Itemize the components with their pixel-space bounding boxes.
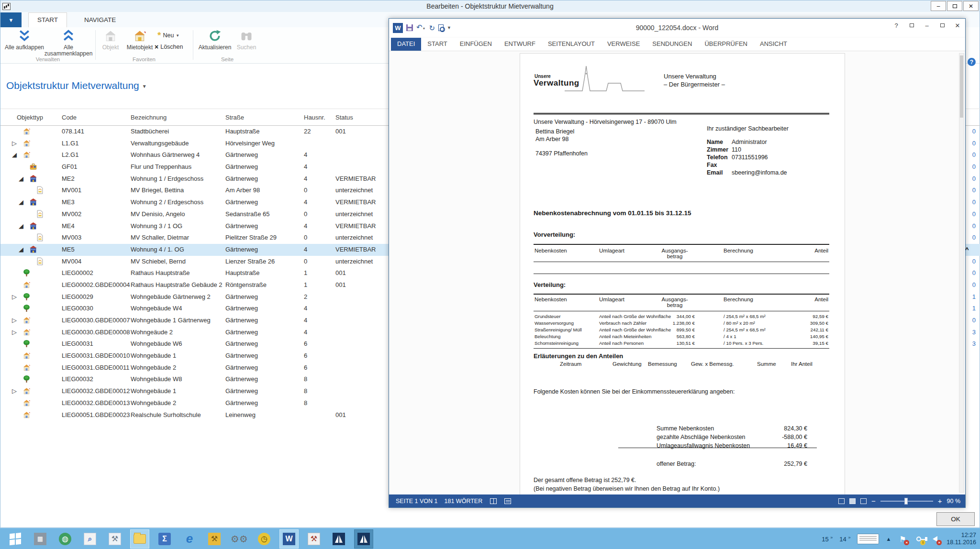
ribbon-display-options-icon[interactable] [906, 21, 917, 30]
col-bezeichnung[interactable]: Bezeichnung [131, 114, 167, 121]
close-button[interactable]: ✕ [963, 1, 979, 11]
close-button[interactable]: ✕ [952, 21, 963, 30]
touch-keyboard-icon[interactable] [857, 534, 879, 544]
zoom-slider-thumb[interactable] [904, 498, 908, 505]
tree-expander-icon[interactable]: ▷ [12, 293, 17, 300]
redo-icon[interactable]: ↻ [429, 24, 435, 32]
powershell-icon[interactable]: Σ [155, 529, 174, 549]
nav-admin-tool-icon[interactable]: ⚒ [304, 529, 323, 549]
col-objekttyp[interactable]: Objekttyp [17, 114, 43, 121]
start-button[interactable] [6, 529, 25, 549]
scrollbar-thumb[interactable] [960, 55, 963, 118]
help-icon[interactable]: ? [891, 21, 902, 30]
tree-expander-icon[interactable]: ◢ [19, 175, 23, 182]
tree-expander-icon[interactable]: ▷ [12, 329, 17, 336]
tree-expander-icon[interactable]: ◢ [19, 198, 23, 206]
zoom-slider[interactable] [880, 501, 933, 502]
word-tab-datei[interactable]: DATEI [391, 38, 421, 51]
zoom-in-button[interactable]: + [938, 499, 942, 504]
word-tab-seitenlayout[interactable]: SEITENLAYOUT [542, 38, 601, 51]
zoom-out-button[interactable]: − [871, 499, 876, 504]
shell-wrench-icon[interactable]: ⚒ [105, 529, 124, 549]
tree-expander-icon[interactable]: ▷ [12, 140, 17, 147]
save-icon[interactable] [406, 24, 413, 31]
tab-navigate[interactable]: NAVIGATE [76, 13, 124, 27]
suchen-button[interactable]: Suchen [233, 28, 260, 51]
cell-hausnr: 4 [304, 305, 307, 312]
services-gears-icon[interactable]: ⚙⚙ [230, 529, 249, 549]
page-indicator[interactable]: SEITE 1 VON 1 [396, 498, 438, 505]
server-manager-icon[interactable]: ▦ [31, 529, 50, 549]
tree-expander-icon[interactable]: ◢ [19, 222, 23, 230]
word-tab-einfügen[interactable]: EINFÜGEN [454, 38, 498, 51]
word-taskbar-icon[interactable]: W [279, 529, 299, 549]
print-preview-icon[interactable] [438, 24, 444, 31]
col-hausnr[interactable]: Hausnr. [304, 114, 325, 121]
neu-button[interactable]: * Neu ▼ [157, 31, 179, 40]
customize-qat-icon[interactable]: ▼ [447, 24, 451, 32]
expand-all-button[interactable]: Alle aufklappen [2, 28, 46, 51]
dynamics-nav-active-icon[interactable] [354, 529, 373, 549]
ok-button[interactable]: OK [936, 512, 975, 526]
web-layout-icon[interactable] [860, 498, 867, 504]
clock-app-icon[interactable]: ◷ [255, 529, 274, 549]
minimize-button[interactable]: – [931, 1, 946, 11]
restore-button[interactable] [936, 21, 948, 30]
word-tab-überprüfen[interactable]: ÜBERPRÜFEN [698, 38, 754, 51]
mietobjekt-button[interactable]: Mietobjekt [122, 28, 157, 51]
word-tab-ansicht[interactable]: ANSICHT [754, 38, 793, 51]
tray-group-2[interactable]: 14 » [839, 535, 850, 543]
tray-clock[interactable]: 12:27 18.11.2016 [947, 532, 976, 546]
cell-strasse: Gärtnerweg [225, 246, 258, 253]
col-status[interactable]: Status [335, 114, 353, 121]
tab-start[interactable]: START [28, 12, 67, 27]
read-mode-icon[interactable] [838, 498, 845, 504]
minimize-button[interactable]: – [921, 21, 933, 30]
internet-explorer-icon[interactable]: e [180, 529, 199, 549]
document-heading: Nebenkostenabrechnung vom 01.01.15 bis 3… [534, 209, 691, 217]
house-icon [22, 351, 31, 361]
proofing-icon[interactable] [490, 498, 497, 504]
aktualisieren-button[interactable]: Aktualisieren [195, 28, 235, 51]
loeschen-button[interactable]: × Löschen [155, 43, 183, 51]
col-code[interactable]: Code [62, 114, 77, 121]
collapse-all-button[interactable]: Alle zusammenklappen [44, 28, 93, 57]
search-tool-icon[interactable]: ⌕ [80, 529, 100, 549]
zoom-level[interactable]: 90 % [947, 498, 961, 505]
dynamics-nav-icon[interactable] [329, 529, 348, 549]
word-tab-start[interactable]: START [421, 38, 453, 51]
application-menu-button[interactable]: ▼ [0, 12, 22, 27]
show-hidden-icons-chevron[interactable]: ▲ [886, 536, 891, 542]
globe-tools-icon[interactable]: ◍ [56, 529, 75, 549]
col-strasse[interactable]: Straße [225, 114, 244, 121]
document-page[interactable]: Unsere Verwaltung Unsere Verwaltung – De… [520, 53, 845, 494]
tree-expander-icon[interactable]: ◢ [19, 246, 23, 253]
tree-expander-icon[interactable]: ▷ [12, 317, 17, 324]
help-icon[interactable]: ? [968, 58, 976, 66]
group-label-seite: Seite [195, 56, 260, 62]
chevrons-down-icon [2, 29, 46, 44]
word-tab-entwurf[interactable]: ENTWURF [498, 38, 542, 51]
maximize-button[interactable] [947, 1, 962, 11]
word-count[interactable]: 181 WÖRTER [445, 498, 483, 505]
unit-icon [29, 222, 37, 231]
undo-icon[interactable]: ↶▼ [416, 23, 426, 32]
erl-column-label: Ihr Anteil [791, 361, 813, 367]
word-logo-icon[interactable]: W [393, 23, 403, 33]
objekt-button[interactable]: Objekt [97, 28, 124, 51]
tree-expander-icon[interactable]: ◢ [12, 151, 17, 158]
word-tab-verweise[interactable]: VERWEISE [601, 38, 646, 51]
vertical-scrollbar[interactable] [959, 53, 964, 493]
page-title[interactable]: Objektstruktur Mietverwaltung▼ [6, 80, 147, 91]
ribbon-group-verwalten: Alle aufklappen Alle zusammenklappen Ver… [2, 27, 93, 63]
word-tab-sendungen[interactable]: SENDUNGEN [646, 38, 698, 51]
tree-expander-icon[interactable]: ▷ [12, 387, 17, 395]
volume-icon[interactable]: × [930, 534, 940, 544]
tray-group-1[interactable]: 15 » [822, 535, 833, 543]
print-layout-icon[interactable] [849, 498, 856, 504]
config-tool-icon[interactable]: ⚒ [205, 529, 224, 549]
file-explorer-icon[interactable] [130, 529, 149, 549]
network-key-icon[interactable]: ! [914, 534, 924, 544]
action-center-flag-icon[interactable]: ⚑× [898, 534, 907, 544]
language-keyboard-icon[interactable] [504, 498, 511, 504]
